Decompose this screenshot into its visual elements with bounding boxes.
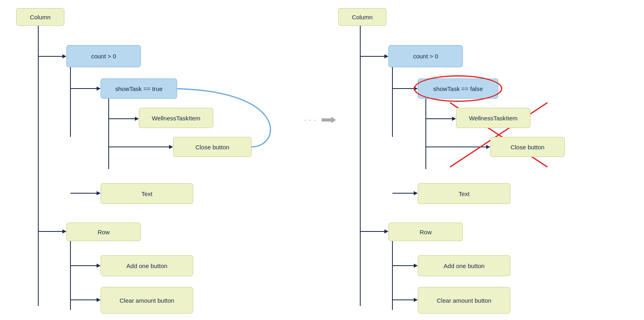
svg-marker-24 <box>384 54 388 58</box>
left-row-node: Row <box>66 223 141 241</box>
left-text-node: Text <box>101 183 193 204</box>
left-addone-node: Add one button <box>101 255 193 276</box>
svg-marker-8 <box>135 117 139 121</box>
svg-marker-36 <box>384 229 388 233</box>
svg-marker-10 <box>169 145 173 149</box>
right-addone-node: Add one button <box>418 255 510 276</box>
svg-marker-12 <box>97 191 101 195</box>
left-close-node: Close button <box>173 137 252 157</box>
diagram-container: Column count > 0 showTask == true Wellne… <box>0 0 644 320</box>
right-diagram: Column count > 0 showTask == false Welln… <box>322 0 644 320</box>
right-count-node: count > 0 <box>388 45 463 67</box>
left-count-node: count > 0 <box>66 45 141 67</box>
svg-marker-34 <box>414 191 418 195</box>
right-showtask-wrapper: showTask == false <box>418 78 498 99</box>
svg-marker-32 <box>486 145 490 149</box>
right-showtask-node: showTask == false <box>418 78 498 99</box>
right-close-node: Close button <box>490 137 565 157</box>
svg-marker-21 <box>322 117 336 123</box>
left-diagram: Column count > 0 showTask == true Wellne… <box>0 0 322 320</box>
left-showtask-node: showTask == true <box>101 78 177 99</box>
right-clear-node: Clear amount button <box>418 287 510 314</box>
separator-arrow: ··· <box>304 115 336 125</box>
svg-marker-30 <box>452 117 456 121</box>
svg-marker-5 <box>97 87 101 91</box>
right-arrow-icon <box>320 115 336 125</box>
svg-marker-14 <box>62 229 66 233</box>
right-text-node: Text <box>418 183 510 204</box>
svg-marker-39 <box>414 264 418 268</box>
svg-marker-2 <box>62 54 66 58</box>
svg-marker-19 <box>97 298 101 302</box>
svg-marker-27 <box>414 87 418 91</box>
svg-marker-17 <box>97 264 101 268</box>
left-wellness-node: WellnessTaskItem <box>139 108 213 128</box>
left-clear-node: Clear amount button <box>101 287 193 314</box>
left-column-label: Column <box>16 8 64 26</box>
right-row-node: Row <box>388 223 463 241</box>
right-wellness-node: WellnessTaskItem <box>456 108 530 128</box>
dots: ··· <box>304 115 318 125</box>
right-column-label: Column <box>338 8 386 26</box>
svg-marker-41 <box>414 298 418 302</box>
